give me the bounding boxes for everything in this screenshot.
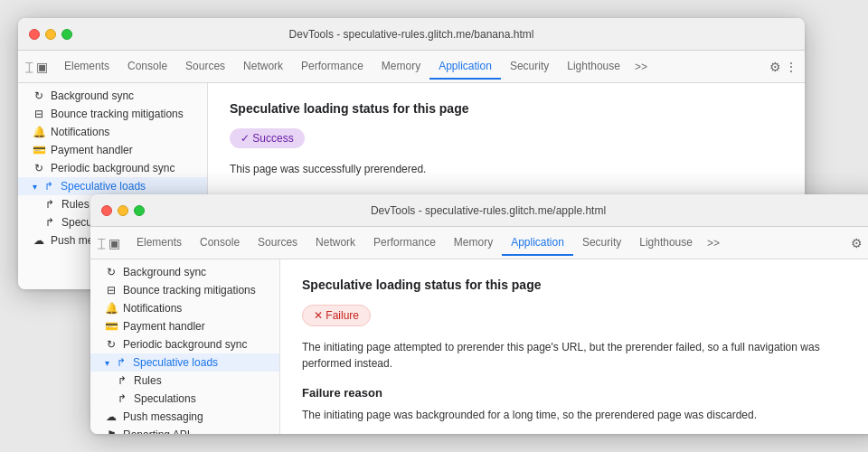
sync-icon-front: ↻ (105, 266, 118, 278)
title-bar-back: DevTools - speculative-rules.glitch.me/b… (18, 18, 805, 51)
main-panel-front: Speculative loading status for this page… (280, 259, 868, 434)
cursor-icon-front: ⌶ (98, 236, 105, 250)
cursor-icon: ⌶ (25, 60, 33, 74)
sidebar-item-push-front[interactable]: ☁ Push messaging (90, 408, 279, 426)
minimize-button-front[interactable] (118, 205, 128, 216)
sidebar-label-rules-back: Rules (61, 198, 90, 211)
sidebar-label-background-sync-back: Background sync (51, 89, 134, 102)
status-label-failure: ✕ Failure (314, 309, 359, 322)
tab-memory-back[interactable]: Memory (373, 54, 429, 80)
close-button-front[interactable] (101, 205, 112, 216)
status-text-front: The initiating page attempted to prerend… (302, 339, 864, 372)
tabs-right-back: ⚙ ⋮ (769, 60, 797, 74)
sidebar-label-reporting-front: Reporting API (123, 428, 190, 434)
cloud-icon-front: ☁ (105, 410, 118, 423)
tab-console-back[interactable]: Console (118, 54, 176, 80)
sync-icon-back: ↻ (33, 89, 45, 102)
tab-performance-back[interactable]: Performance (292, 54, 373, 80)
devtools-icons-back: ⌶ ▣ (25, 60, 48, 74)
tab-security-front[interactable]: Security (573, 231, 630, 256)
tab-lighthouse-front[interactable]: Lighthouse (630, 231, 702, 256)
speculative-icon-front: ↱ (115, 356, 127, 369)
tabs-more-front[interactable]: >> (702, 233, 725, 253)
minimize-button-back[interactable] (45, 29, 56, 40)
status-label-success: ✓ Success (241, 132, 294, 145)
sidebar-label-bounce-front: Bounce tracking mitigations (123, 284, 256, 297)
payment-icon-front: 💳 (105, 320, 118, 333)
sidebar-item-background-sync-front[interactable]: ↻ Background sync (90, 263, 279, 281)
status-badge-failure: ✕ Failure (302, 305, 371, 326)
sidebar-item-notifications-back[interactable]: 🔔 Notifications (18, 123, 207, 141)
maximize-button-front[interactable] (134, 205, 145, 216)
tab-sources-back[interactable]: Sources (176, 54, 234, 80)
sidebar-item-periodic-back[interactable]: ↻ Periodic background sync (18, 159, 207, 177)
sidebar-label-bounce-back: Bounce tracking mitigations (51, 108, 184, 120)
close-button-back[interactable] (29, 29, 40, 40)
cloud-icon-back: ☁ (33, 234, 45, 247)
sidebar-label-notifications-back: Notifications (51, 126, 109, 138)
more-icon-back[interactable]: ⋮ (785, 60, 797, 74)
bell-icon-front: 🔔 (105, 302, 118, 315)
inspect-icon: ▣ (36, 60, 48, 74)
devtools-icons-front: ⌶ ▣ (98, 236, 120, 250)
panel-title-back: Speculative loading status for this page (230, 101, 783, 116)
specula-icon-back: ↱ (43, 216, 56, 229)
title-bar-front: DevTools - speculative-rules.glitch.me/a… (90, 194, 868, 227)
window-container: DevTools - speculative-rules.glitch.me/b… (18, 18, 850, 434)
bell-icon-back: 🔔 (33, 126, 45, 138)
tab-console-front[interactable]: Console (191, 231, 249, 256)
rules-icon-front: ↱ (116, 374, 128, 387)
tab-sources-front[interactable]: Sources (249, 231, 307, 256)
tab-elements-back[interactable]: Elements (55, 54, 118, 80)
window-title-back: DevTools - speculative-rules.glitch.me/b… (289, 28, 534, 41)
maximize-button-back[interactable] (61, 29, 72, 40)
rules-icon-back: ↱ (43, 198, 56, 211)
tab-elements-front[interactable]: Elements (127, 231, 191, 256)
tab-security-back[interactable]: Security (501, 54, 558, 80)
sidebar-label-speculative-front: Speculative loads (133, 356, 218, 369)
bounce-icon-front: ⊟ (105, 284, 118, 297)
sidebar-item-speculations-front[interactable]: ↱ Speculations (90, 390, 279, 408)
payment-icon-back: 💳 (33, 144, 45, 156)
traffic-lights-back (29, 29, 72, 40)
failure-reason-text: The initiating page was backgrounded for… (302, 407, 864, 423)
tab-network-back[interactable]: Network (234, 54, 292, 80)
sidebar-label-speculative-back: Speculative loads (61, 180, 146, 193)
tab-application-front[interactable]: Application (502, 231, 573, 256)
status-text-back: This page was successfully prerendered. (230, 161, 783, 177)
devtools-window-front: DevTools - speculative-rules.glitch.me/a… (90, 194, 868, 434)
periodic-icon-back: ↻ (33, 162, 45, 174)
sidebar-item-notifications-front[interactable]: 🔔 Notifications (90, 299, 279, 317)
panel-title-front: Speculative loading status for this page (302, 278, 864, 292)
tabs-bar-front: ⌶ ▣ Elements Console Sources Network Per… (90, 227, 868, 259)
settings-icon-front[interactable]: ⚙ (851, 236, 863, 250)
sidebar-item-rules-front[interactable]: ↱ Rules (90, 372, 279, 390)
tabs-bar-back: ⌶ ▣ Elements Console Sources Network Per… (18, 51, 805, 83)
settings-icon-back[interactable]: ⚙ (769, 60, 781, 74)
content-area-front: ↻ Background sync ⊟ Bounce tracking miti… (90, 259, 868, 434)
tab-network-front[interactable]: Network (307, 231, 364, 256)
sidebar-item-bounce-back[interactable]: ⊟ Bounce tracking mitigations (18, 105, 207, 123)
tab-application-back[interactable]: Application (429, 54, 501, 80)
sidebar-item-speculative-back[interactable]: ▾ ↱ Speculative loads (18, 177, 207, 195)
sidebar-label-background-sync-front: Background sync (123, 266, 206, 278)
sidebar-item-bounce-front[interactable]: ⊟ Bounce tracking mitigations (90, 281, 279, 299)
sidebar-label-payment-front: Payment handler (123, 320, 205, 333)
sidebar-item-speculative-front[interactable]: ▾ ↱ Speculative loads (90, 353, 279, 372)
tab-performance-front[interactable]: Performance (364, 231, 445, 256)
sidebar-label-payment-back: Payment handler (51, 144, 133, 156)
bounce-icon-back: ⊟ (33, 108, 45, 120)
chevron-icon-front: ▾ (105, 358, 109, 368)
periodic-icon-front: ↻ (105, 338, 118, 351)
sidebar-item-background-sync-back[interactable]: ↻ Background sync (18, 87, 207, 105)
sidebar-item-payment-back[interactable]: 💳 Payment handler (18, 141, 207, 159)
tabs-more-back[interactable]: >> (629, 57, 653, 77)
tab-memory-front[interactable]: Memory (445, 231, 502, 256)
speculative-icon-back: ↱ (42, 180, 55, 193)
sidebar-label-periodic-back: Periodic background sync (51, 162, 175, 174)
sidebar-label-push-front: Push messaging (123, 410, 203, 423)
tab-lighthouse-back[interactable]: Lighthouse (558, 54, 629, 80)
sidebar-item-payment-front[interactable]: 💳 Payment handler (90, 317, 279, 335)
sidebar-item-periodic-front[interactable]: ↻ Periodic background sync (90, 335, 279, 353)
sidebar-item-reporting-front[interactable]: ⚑ Reporting API (90, 426, 279, 434)
